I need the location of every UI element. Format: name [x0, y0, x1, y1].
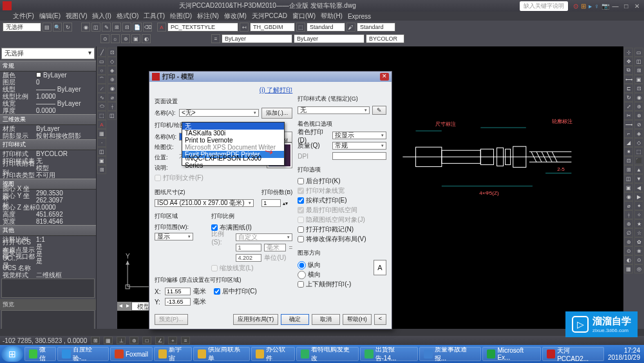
letter-icon[interactable]: A — [157, 23, 166, 32]
tool-icon[interactable]: ▣ — [634, 75, 643, 84]
help-search-input[interactable]: 缺入关键字说明 — [520, 1, 568, 11]
menu-modify[interactable]: 修改(M) — [224, 12, 247, 21]
tool-icon[interactable]: ⊞ — [97, 165, 106, 174]
prop-row[interactable]: 厚度0.0000 — [0, 107, 96, 114]
scale-icon[interactable]: ⤢ — [624, 102, 633, 111]
tool-icon[interactable]: ⊹ — [624, 48, 633, 57]
brush-icon[interactable]: 🖌 — [346, 23, 355, 32]
menu-pccad[interactable]: 天河PCCAD — [252, 12, 287, 21]
taskbar-item[interactable]: 质量事故通报... — [419, 347, 481, 361]
tool-icon[interactable]: ✿ — [634, 237, 643, 246]
selection-combo[interactable]: 无选择▾ — [1, 48, 95, 59]
opt-check[interactable] — [298, 178, 304, 184]
tool-icon[interactable]: ◇ — [108, 57, 117, 66]
tool-icon[interactable]: ⊛ — [121, 34, 130, 43]
textstyle-drop[interactable]: PC_TEXTSTYLE — [167, 23, 238, 32]
menu-tools[interactable]: 工具(T) — [144, 12, 165, 21]
menu-window[interactable]: 窗口(W) — [292, 12, 316, 21]
prop-row[interactable]: 视觉样式二维线框 — [0, 271, 96, 279]
tool-icon[interactable]: ≡ — [211, 34, 220, 43]
spline-icon[interactable]: ∿ — [97, 93, 106, 102]
minimize-button[interactable]: — — [611, 3, 620, 10]
prop-row[interactable]: 阴影显示投射和接收阴影 — [0, 132, 96, 139]
taskbar-item[interactable]: 微信 — [24, 347, 56, 361]
fillet-icon[interactable]: ⌐ — [624, 129, 633, 138]
learn-print-link[interactable]: (i) 了解打印 — [155, 86, 292, 95]
taskbar-item[interactable]: 办公软件 — [251, 347, 295, 361]
tool-icon[interactable]: ⌀ — [624, 201, 633, 210]
opt-check[interactable] — [298, 236, 304, 242]
menu-help[interactable]: 帮助(H) — [321, 12, 343, 21]
taskbar-item[interactable]: 供应商联系单 — [193, 347, 250, 361]
prop-row[interactable]: 打印表类型不可用 — [0, 172, 96, 179]
help-button[interactable]: 帮助(H) — [343, 314, 372, 325]
opt-check[interactable] — [298, 197, 304, 204]
tool-icon[interactable]: ◈ — [634, 129, 643, 138]
apply-layout-button[interactable]: 应用到布局(T) — [233, 314, 279, 325]
hatch-icon[interactable]: ▦ — [97, 129, 106, 138]
cancel-button[interactable]: 取消 — [312, 314, 340, 325]
tool-icon[interactable]: 🔍 — [53, 23, 62, 32]
preview-button[interactable]: 预览(P)... — [155, 314, 188, 325]
taskbar-item[interactable]: Foxmail — [110, 347, 153, 361]
tool-icon[interactable]: ⊡ — [624, 156, 633, 165]
dialog-titlebar[interactable]: 打印 - 模型 ✕ — [149, 72, 392, 82]
plotstyle-edit-button[interactable]: ✎ — [372, 106, 386, 115]
start-button[interactable]: ⊞ — [1, 346, 23, 362]
tool-icon[interactable]: ✧ — [634, 210, 643, 219]
tool-icon[interactable]: ⊛ — [624, 237, 633, 246]
tool-icon[interactable]: ◉ — [81, 23, 90, 32]
menu-edit[interactable]: 编辑(E) — [39, 12, 61, 21]
menu-view[interactable]: 视图(V) — [66, 12, 87, 21]
portrait-radio[interactable] — [298, 261, 306, 270]
printer-option[interactable]: TASKalfa 300i — [182, 130, 284, 137]
tool-icon[interactable]: ❀ — [634, 246, 643, 255]
add-button[interactable]: 添加(.)... — [261, 108, 292, 119]
tool-icon[interactable]: ◫ — [91, 23, 100, 32]
tool-icon[interactable]: ◎ — [634, 264, 643, 273]
tool-icon[interactable]: ▣ — [97, 156, 106, 165]
pagesetup-name-drop[interactable]: <无>▾ — [179, 109, 259, 117]
taskbar-item[interactable]: 新宇宙 — [154, 347, 192, 361]
grid-toggle[interactable]: ▦ — [104, 337, 113, 344]
props-misc-header[interactable]: 其他 — [0, 225, 96, 236]
rotate-icon[interactable]: ↻ — [624, 93, 633, 102]
tool-icon[interactable]: ◀ — [634, 183, 643, 192]
printer-option[interactable]: \\NQC-LXF\EPSON LX300 Series — [182, 158, 284, 165]
tool-icon[interactable]: ▣ — [131, 34, 140, 43]
tool-icon[interactable]: ◇ — [634, 138, 643, 147]
selection-drop[interactable]: 无选择 — [3, 23, 41, 32]
dialog-close-button[interactable]: ✕ — [380, 73, 389, 81]
ellipse-icon[interactable]: ⬭ — [97, 102, 106, 111]
offset-icon[interactable]: ⊏ — [624, 84, 633, 93]
taskbar-item[interactable]: 出货报告-14... — [360, 347, 418, 361]
printer-option[interactable]: Print to Evernote — [182, 137, 284, 144]
printer-option[interactable]: 无 — [182, 123, 284, 130]
dim-icon[interactable]: ↤ — [240, 23, 249, 32]
std-drop[interactable]: Standard — [307, 23, 345, 32]
tool-icon[interactable]: ◈ — [108, 66, 117, 75]
print-to-file-check[interactable] — [155, 175, 161, 181]
quality-drop[interactable]: 常规▾ — [332, 142, 386, 150]
shade-drop[interactable]: 按显示▾ — [332, 132, 386, 139]
upside-check[interactable] — [298, 281, 304, 288]
tool-icon[interactable]: 📄 — [133, 23, 142, 32]
otrack-toggle[interactable]: ∠ — [155, 337, 164, 344]
snap-toggle[interactable]: ⊞ — [91, 337, 100, 344]
expand-button[interactable]: < — [374, 314, 386, 325]
x-offset-input[interactable] — [165, 288, 191, 295]
tool-icon[interactable]: ⊗ — [634, 111, 643, 120]
printer-dropdown-list[interactable]: 无 TASKalfa 300i Print to Evernote Micros… — [182, 122, 285, 166]
tool-icon[interactable]: ☆ — [634, 228, 643, 237]
tool-icon[interactable]: ⊕ — [624, 219, 633, 228]
props-plot-header[interactable]: 打印样式 — [0, 139, 96, 150]
circle-icon[interactable]: ○ — [97, 66, 106, 75]
tool-icon[interactable]: ★ — [634, 219, 643, 228]
tool-icon[interactable]: ↻ — [63, 23, 72, 32]
paper-size-drop[interactable]: ISO A4 (210.00 x 297.00 毫米)▾ — [155, 199, 254, 207]
tool-icon[interactable]: ◫ — [108, 111, 117, 120]
center-check[interactable] — [214, 288, 220, 295]
polyline-icon[interactable]: ⟋ — [97, 84, 106, 93]
tool-icon[interactable]: ▶ — [634, 192, 643, 201]
landscape-radio[interactable] — [298, 271, 306, 279]
